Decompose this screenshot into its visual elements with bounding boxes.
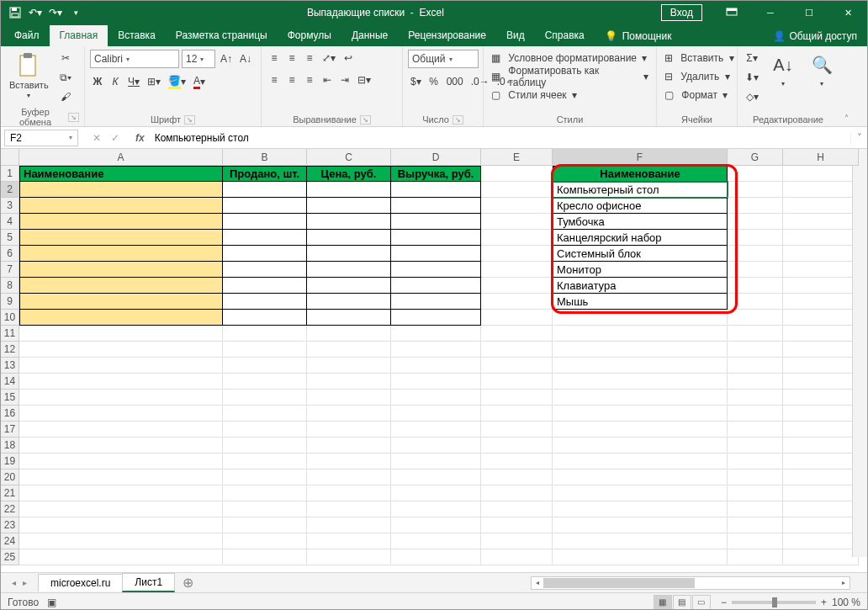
row-header-20[interactable]: 20 — [1, 469, 19, 485]
cell-C5[interactable] — [307, 230, 391, 246]
cell-H20[interactable] — [783, 469, 859, 485]
row-header-8[interactable]: 8 — [1, 278, 19, 294]
cell-H16[interactable] — [783, 406, 859, 422]
format-cells-button[interactable]: ▢ Формат ▾ — [662, 87, 732, 103]
cell-A21[interactable] — [19, 485, 223, 501]
cell-G23[interactable] — [728, 517, 783, 533]
cell-A2[interactable] — [19, 182, 223, 198]
row-header-11[interactable]: 11 — [1, 326, 19, 342]
cell-F6[interactable]: Системный блок — [553, 246, 728, 262]
row-header-9[interactable]: 9 — [1, 294, 19, 310]
cell-B17[interactable] — [223, 422, 307, 438]
cell-E1[interactable] — [481, 166, 553, 182]
cell-A15[interactable] — [19, 390, 223, 406]
tab-home[interactable]: Главная — [50, 25, 108, 46]
cell-D17[interactable] — [391, 422, 481, 438]
redo-icon[interactable]: ↷▾ — [46, 3, 65, 22]
cell-D18[interactable] — [391, 438, 481, 454]
tab-data[interactable]: Данные — [341, 25, 398, 46]
cell-C16[interactable] — [307, 406, 391, 422]
cell-C3[interactable] — [307, 198, 391, 214]
undo-icon[interactable]: ↶▾ — [26, 3, 45, 22]
macro-record-icon[interactable]: ▣ — [47, 597, 56, 608]
cell-A24[interactable] — [19, 533, 223, 549]
row-header-22[interactable]: 22 — [1, 501, 19, 517]
cell-H9[interactable] — [783, 294, 859, 310]
cell-G21[interactable] — [728, 485, 783, 501]
cell-C19[interactable] — [307, 454, 391, 469]
currency-icon[interactable]: $▾ — [408, 73, 424, 90]
cell-C18[interactable] — [307, 438, 391, 454]
cell-G3[interactable] — [728, 198, 783, 214]
cell-G5[interactable] — [728, 230, 783, 246]
cell-F20[interactable] — [553, 469, 728, 485]
cell-A9[interactable] — [19, 294, 223, 310]
cell-D10[interactable] — [391, 310, 481, 326]
cell-H13[interactable] — [783, 358, 859, 374]
cell-F3[interactable]: Кресло офисное — [553, 198, 728, 214]
cell-G10[interactable] — [728, 310, 783, 326]
cell-B7[interactable] — [223, 262, 307, 278]
cell-B4[interactable] — [223, 214, 307, 230]
qat-more-icon[interactable]: ▾ — [66, 3, 85, 22]
cell-G25[interactable] — [728, 549, 783, 565]
font-size-combo[interactable]: 12▾ — [182, 50, 215, 68]
cell-F10[interactable] — [553, 310, 728, 326]
cell-G11[interactable] — [728, 326, 783, 342]
cell-B15[interactable] — [223, 390, 307, 406]
borders-icon[interactable]: ⊞▾ — [145, 73, 163, 90]
tab-view[interactable]: Вид — [496, 25, 535, 46]
cell-D13[interactable] — [391, 358, 481, 374]
fill-icon[interactable]: ⬇▾ — [743, 69, 761, 86]
cell-B14[interactable] — [223, 374, 307, 390]
cell-D22[interactable] — [391, 501, 481, 517]
cell-H3[interactable] — [783, 198, 859, 214]
cell-A6[interactable] — [19, 246, 223, 262]
cell-G2[interactable] — [728, 182, 783, 198]
cell-F18[interactable] — [553, 438, 728, 454]
cell-H7[interactable] — [783, 262, 859, 278]
cell-A22[interactable] — [19, 501, 223, 517]
cell-D20[interactable] — [391, 469, 481, 485]
cell-E10[interactable] — [481, 310, 553, 326]
tab-formulas[interactable]: Формулы — [278, 25, 341, 46]
cell-H22[interactable] — [783, 501, 859, 517]
cell-C25[interactable] — [307, 549, 391, 565]
cell-A20[interactable] — [19, 469, 223, 485]
view-normal-icon[interactable]: ▦ — [654, 595, 672, 610]
cell-C9[interactable] — [307, 294, 391, 310]
row-header-7[interactable]: 7 — [1, 262, 19, 278]
collapse-ribbon-icon[interactable]: ˄ — [839, 46, 854, 126]
sheet-nav[interactable]: ◂▸ — [1, 578, 38, 587]
col-header-H[interactable]: H — [783, 149, 859, 166]
autosum-icon[interactable]: Σ▾ — [743, 50, 761, 66]
col-header-C[interactable]: C — [307, 149, 391, 166]
number-format-combo[interactable]: Общий▾ — [408, 50, 479, 68]
cell-B1[interactable]: Продано, шт. — [223, 166, 307, 182]
horizontal-scrollbar[interactable]: ◂ ▸ — [531, 576, 850, 590]
font-name-combo[interactable]: Calibri▾ — [90, 50, 179, 68]
row-header-21[interactable]: 21 — [1, 485, 19, 501]
cell-C21[interactable] — [307, 485, 391, 501]
cell-H17[interactable] — [783, 422, 859, 438]
clear-icon[interactable]: ◇▾ — [743, 88, 761, 105]
cell-A8[interactable] — [19, 278, 223, 294]
col-header-A[interactable]: A — [19, 149, 223, 166]
cell-F25[interactable] — [553, 549, 728, 565]
view-pagebreak-icon[interactable]: ▭ — [692, 595, 711, 610]
cell-E5[interactable] — [481, 230, 553, 246]
cell-G24[interactable] — [728, 533, 783, 549]
align-bottom-icon[interactable]: ≡ — [302, 50, 317, 66]
cell-F2[interactable]: Компьютерный стол — [553, 182, 728, 198]
zoom-slider[interactable] — [732, 601, 816, 604]
cell-E7[interactable] — [481, 262, 553, 278]
cell-B18[interactable] — [223, 438, 307, 454]
cell-A14[interactable] — [19, 374, 223, 390]
cell-B11[interactable] — [223, 326, 307, 342]
row-header-12[interactable]: 12 — [1, 342, 19, 358]
fill-color-icon[interactable]: 🪣▾ — [166, 73, 188, 90]
row-header-23[interactable]: 23 — [1, 517, 19, 533]
cell-A5[interactable] — [19, 230, 223, 246]
increase-font-icon[interactable]: A↑ — [218, 50, 235, 67]
row-header-15[interactable]: 15 — [1, 390, 19, 406]
